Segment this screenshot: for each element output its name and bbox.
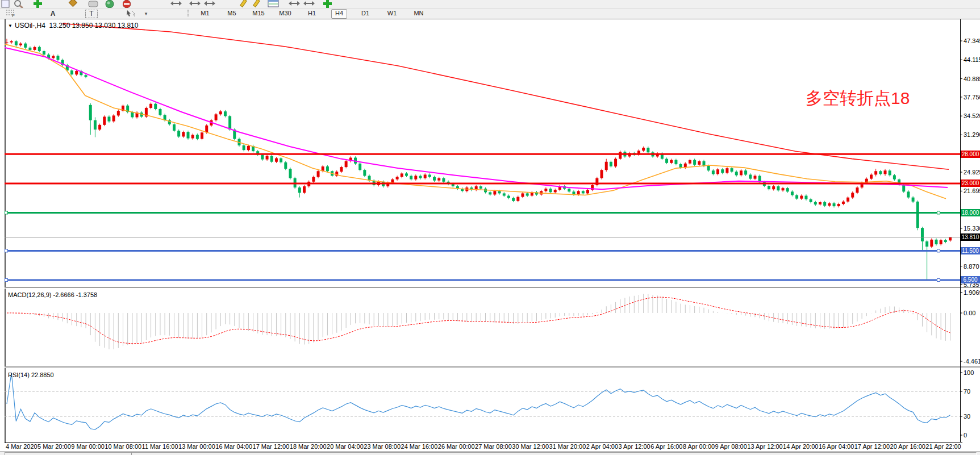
candle (94, 120, 97, 130)
candle (791, 191, 794, 195)
candle (149, 104, 152, 108)
candle (6, 43, 9, 43)
candle (731, 168, 733, 172)
candle (554, 190, 557, 192)
line-handle[interactable] (937, 278, 940, 281)
time-label: 13 Apr 12:00 (747, 443, 782, 451)
candle (600, 170, 603, 178)
candle (196, 135, 199, 139)
candle (647, 148, 649, 152)
candle (884, 170, 887, 174)
candle (823, 202, 826, 206)
candle (201, 132, 203, 139)
candle (437, 178, 440, 181)
line-handle[interactable] (937, 211, 940, 214)
time-axis[interactable]: 4 Mar 20205 Mar 20:009 Mar 00:0010 Mar 0… (5, 443, 962, 451)
current-price-badge: 13.810 (961, 233, 980, 241)
candle (247, 146, 250, 150)
candle (182, 132, 185, 136)
candle (907, 191, 910, 197)
candle (358, 164, 361, 170)
candle (846, 198, 849, 202)
line-handle[interactable] (5, 278, 8, 281)
candle (24, 44, 27, 48)
ohlc-values: 13.250 13.850 13.030 13.810 (49, 22, 139, 30)
candle (703, 161, 706, 166)
candle (317, 171, 320, 177)
candle (401, 173, 403, 177)
candle (572, 191, 575, 194)
candle (665, 159, 668, 163)
price-badge-23.000: 23.000 (961, 180, 980, 187)
candle (103, 116, 106, 124)
candle (89, 105, 92, 120)
candle (735, 172, 738, 175)
candle (405, 173, 408, 176)
candle (205, 126, 208, 132)
price-tick: 37.750 (964, 94, 980, 101)
symbol-dropdown-icon[interactable]: ▼ (8, 23, 12, 28)
candle (266, 156, 269, 159)
candle (772, 186, 775, 189)
rsi-splitter[interactable] (5, 366, 980, 368)
candle (243, 145, 245, 150)
candle (98, 125, 101, 130)
chart-text-annotation[interactable]: 多空转折点18 (806, 87, 910, 110)
candle (837, 204, 840, 206)
candle (810, 199, 812, 202)
candle (921, 228, 924, 241)
macd-plot[interactable] (7, 294, 950, 349)
candle (298, 187, 301, 193)
candle (693, 160, 696, 165)
price-badge-18.000: 18.000 (961, 209, 980, 216)
time-label: 27 Mar 08:00 (475, 443, 512, 451)
candle (326, 166, 329, 171)
main-plot[interactable] (5, 24, 952, 280)
candle (925, 241, 928, 247)
time-label: 20 Mar 04:00 (327, 443, 364, 451)
candle (582, 191, 585, 193)
symbol-timeframe-label: USOil-,H4 (15, 22, 45, 30)
price-tick: 34.520 (964, 112, 980, 119)
candle (34, 47, 36, 50)
candle (345, 161, 348, 167)
line-handle[interactable] (937, 249, 940, 252)
line-handle[interactable] (5, 211, 8, 214)
rsi-plot[interactable] (5, 373, 960, 429)
candle (479, 186, 482, 189)
line-handle[interactable] (5, 249, 8, 252)
candle (131, 112, 134, 117)
candle (191, 135, 194, 138)
candle (419, 176, 422, 178)
time-label: 4 Mar 2020 (6, 443, 37, 451)
candle (544, 189, 547, 191)
time-label: 14 Apr 20:00 (783, 443, 818, 451)
time-label: 11 Mar 16:00 (142, 443, 178, 451)
time-label: 31 Mar 20:00 (549, 443, 586, 451)
macd-splitter[interactable] (5, 287, 980, 289)
candle (949, 237, 952, 241)
candle (568, 189, 570, 191)
candle (777, 186, 779, 190)
candle (117, 111, 120, 115)
chart-canvas[interactable] (0, 0, 980, 455)
candle (442, 178, 445, 182)
candle (874, 171, 877, 174)
candle (503, 193, 506, 195)
candle (619, 152, 622, 158)
candle (177, 131, 180, 136)
time-label: 30 Mar 12:00 (512, 443, 549, 451)
time-label: 5 Mar 20:00 (37, 443, 71, 451)
candle (916, 202, 919, 228)
time-label: 23 Mar 08:00 (364, 443, 401, 451)
candle (312, 177, 315, 182)
candle (38, 47, 41, 51)
price-tick: 21.695 (964, 187, 980, 194)
candle (154, 104, 157, 109)
candle (935, 240, 938, 244)
price-tick: 31.290 (964, 131, 980, 138)
chart-info-line[interactable]: ▼USOil-,H4 13.250 13.850 13.030 13.810 (8, 22, 138, 30)
time-label: 18 Mar 20:00 (290, 443, 327, 451)
time-label: 6 Apr 16:00 (650, 443, 682, 451)
candle (753, 176, 756, 179)
